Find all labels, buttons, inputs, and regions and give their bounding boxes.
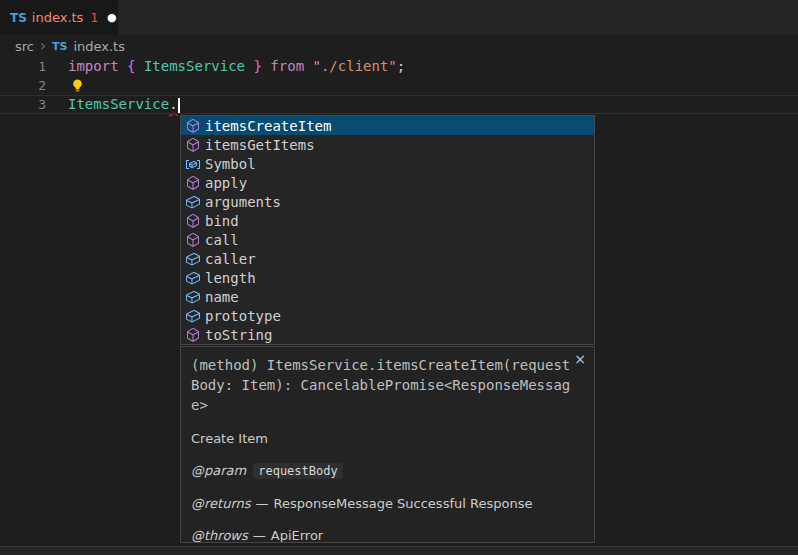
code-line[interactable]: 1 import { ItemsService } from "./client… — [0, 57, 798, 76]
typescript-file-icon: TS — [10, 11, 27, 25]
current-line-border-bottom — [0, 113, 798, 114]
method-signature: (method) ItemsService.itemsCreateItem(re… — [191, 355, 575, 415]
current-line-border-top — [0, 95, 798, 96]
tab-index-ts[interactable]: TS index.ts 1 ● — [0, 0, 118, 35]
suggestion-item[interactable]: arguments — [181, 192, 594, 211]
code-token: ItemsService — [68, 96, 169, 112]
suggestion-label: prototype — [205, 308, 281, 324]
doc-throws-line: @throws—ApiError — [191, 528, 594, 543]
code-line[interactable]: 2 — [0, 76, 798, 95]
symbol-method-icon — [185, 213, 201, 229]
suggestion-item[interactable]: call — [181, 230, 594, 249]
line-number: 2 — [0, 76, 46, 95]
symbol-method-icon — [185, 175, 201, 191]
breadcrumb-file[interactable]: index.ts — [73, 39, 125, 54]
symbol-method-icon — [185, 137, 201, 153]
symbol-field-icon — [185, 289, 201, 305]
symbol-field-icon — [185, 194, 201, 210]
code-token: } — [253, 58, 261, 74]
symbol-field-icon — [185, 270, 201, 286]
suggestion-label: apply — [205, 175, 247, 191]
throws-tag: @throws — [191, 528, 248, 543]
suggestion-label: length — [205, 270, 256, 286]
suggestion-item[interactable]: Symbol — [181, 154, 594, 173]
suggestion-item[interactable]: itemsCreateItem — [181, 116, 594, 135]
lightbulb-icon[interactable] — [70, 76, 85, 95]
breadcrumb: src › TS index.ts — [0, 36, 798, 57]
suggestion-item[interactable]: caller — [181, 249, 594, 268]
tab-error-count-badge: 1 — [90, 11, 98, 25]
code-token: "./client" — [313, 58, 397, 74]
vscode-window: TS index.ts 1 ● src › TS index.ts 1 impo… — [0, 0, 798, 555]
symbol-field-icon — [185, 251, 201, 267]
tab-bar: TS index.ts 1 ● — [0, 0, 798, 35]
symbol-method-icon — [185, 232, 201, 248]
param-value-chip: requestBody — [253, 463, 342, 479]
suggestion-label: bind — [205, 213, 239, 229]
code-token: import — [68, 58, 119, 74]
line-number: 3 — [0, 95, 46, 114]
suggestion-item[interactable]: prototype — [181, 306, 594, 325]
suggestion-docs-panel: × (method) ItemsService.itemsCreateItem(… — [180, 346, 595, 543]
typescript-file-icon: TS — [52, 40, 67, 53]
chevron-right-icon: › — [40, 37, 46, 55]
suggestion-label: Symbol — [205, 156, 256, 172]
suggestion-label: arguments — [205, 194, 281, 210]
panel-strip — [0, 547, 798, 555]
suggestion-label: caller — [205, 251, 256, 267]
suggestion-item[interactable]: bind — [181, 211, 594, 230]
tab-filename: index.ts — [32, 10, 84, 25]
text-cursor — [178, 98, 180, 114]
suggestion-item[interactable]: itemsGetItems — [181, 135, 594, 154]
symbol-field-icon — [185, 308, 201, 324]
autocomplete-suggest-widget: itemsCreateItem itemsGetItems Symbol app… — [180, 115, 595, 345]
doc-returns-line: @returns—ResponseMessage Successful Resp… — [191, 496, 594, 511]
code-line[interactable]: 3 ItemsService. — [0, 95, 798, 114]
close-icon[interactable]: × — [574, 352, 586, 366]
returns-tag: @returns — [191, 496, 251, 511]
breadcrumb-folder[interactable]: src — [15, 39, 34, 54]
suggestion-label: itemsGetItems — [205, 137, 315, 153]
error-squiggle-token: . — [169, 96, 177, 112]
param-tag: @param — [191, 463, 246, 478]
suggestion-item[interactable]: apply — [181, 173, 594, 192]
editor[interactable]: 1 import { ItemsService } from "./client… — [0, 57, 798, 114]
suggestion-item[interactable]: name — [181, 287, 594, 306]
symbol-method-icon — [185, 118, 201, 134]
code-token: from — [270, 58, 304, 74]
suggestion-item[interactable]: length — [181, 268, 594, 287]
code-token: ItemsService — [144, 58, 245, 74]
throws-value: ApiError — [271, 528, 323, 543]
code-token: ; — [397, 58, 405, 74]
suggestion-label: call — [205, 232, 239, 248]
doc-param-line: @paramrequestBody — [191, 463, 594, 479]
doc-description: Create Item — [191, 431, 594, 446]
line-number: 1 — [0, 57, 46, 76]
suggestion-item[interactable]: toString — [181, 325, 594, 344]
symbol-variable-icon — [185, 156, 201, 172]
returns-value: ResponseMessage Successful Response — [274, 496, 533, 511]
suggestion-label: name — [205, 289, 239, 305]
suggestion-label: toString — [205, 327, 272, 343]
symbol-method-icon — [185, 327, 201, 343]
suggestion-label: itemsCreateItem — [205, 118, 331, 134]
modified-indicator-dot[interactable]: ● — [107, 12, 117, 23]
